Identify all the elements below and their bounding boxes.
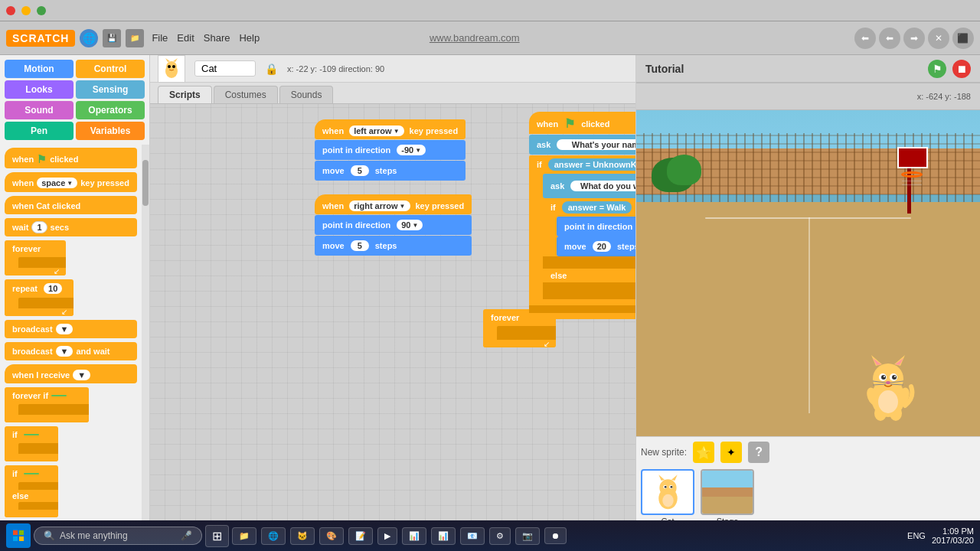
taskbar-scratch[interactable]: 🐱: [290, 527, 315, 545]
block-direction-90[interactable]: point in direction 90 ▼: [315, 215, 472, 235]
menu-help[interactable]: Help: [239, 32, 260, 44]
maximize-btn[interactable]: [37, 6, 46, 15]
block-forever-if[interactable]: forever if: [5, 387, 137, 422]
url-bar[interactable]: www.bandream.com: [430, 32, 520, 44]
block-broadcast[interactable]: broadcast ▼: [5, 320, 137, 338]
nav-btn-3[interactable]: ➡: [903, 28, 925, 49]
save-icon[interactable]: 💾: [103, 29, 121, 47]
green-flag-btn[interactable]: ⚑: [928, 60, 946, 78]
svg-point-36: [662, 494, 673, 507]
block-when-flag[interactable]: when ⚑ clicked: [5, 148, 137, 168]
block-when-key[interactable]: when space ▼ key pressed: [5, 172, 137, 191]
minimize-btn[interactable]: [21, 6, 31, 15]
taskbar-explorer[interactable]: 📁: [232, 527, 256, 545]
taskbar-paint[interactable]: 🎨: [319, 527, 344, 545]
category-motion[interactable]: Motion: [5, 60, 74, 78]
category-looks[interactable]: Looks: [5, 80, 74, 99]
svg-rect-40: [19, 536, 24, 541]
taskbar-notes[interactable]: 📝: [348, 527, 373, 545]
taskbar-excel[interactable]: 📊: [402, 527, 426, 545]
nav-btn-5[interactable]: ⬛: [952, 28, 974, 49]
block-palette: Motion Control Looks Sensing Sound Opera…: [0, 55, 150, 520]
block-move-5-left[interactable]: move 5 steps: [315, 161, 466, 181]
block-forever[interactable]: forever ↙: [5, 240, 137, 276]
stage-bottom-bar: x: -624 y: -188: [636, 83, 980, 110]
svg-point-17: [894, 376, 896, 377]
category-sound[interactable]: Sound: [5, 101, 74, 119]
block-wait[interactable]: wait 1 secs: [5, 218, 137, 236]
sprite-item-stage[interactable]: Stage: [701, 469, 754, 526]
start-button[interactable]: [6, 523, 31, 548]
category-operators[interactable]: Operators: [76, 101, 145, 119]
lock-icon: 🔒: [265, 63, 278, 75]
sprite-item-cat[interactable]: Cat: [641, 469, 694, 526]
taskbar-record[interactable]: ⏺: [544, 527, 567, 544]
block-when-receive[interactable]: when I receive ▼: [5, 364, 137, 383]
block-if-else[interactable]: if else: [5, 465, 137, 517]
category-pen[interactable]: Pen: [5, 122, 74, 140]
tab-sounds[interactable]: Sounds: [279, 86, 334, 103]
taskbar-video[interactable]: ▶: [377, 527, 397, 545]
block-if[interactable]: if: [5, 426, 137, 461]
svg-rect-37: [13, 530, 18, 535]
nav-btn-4[interactable]: ✕: [928, 28, 949, 49]
scripts-canvas[interactable]: when left arrow ▼ key pressed point in d…: [150, 104, 635, 520]
script-main: when ⚑ clicked ask What's your name? and…: [529, 112, 635, 319]
folder-icon[interactable]: 📁: [126, 29, 144, 47]
title-bar: [0, 0, 980, 21]
block-if-walk[interactable]: if answer = Walk point in direction 90 ▼…: [543, 198, 635, 305]
block-ask-name[interactable]: ask What's your name? and wait: [529, 135, 635, 155]
block-when-left[interactable]: when left arrow ▼ key pressed: [315, 119, 466, 139]
category-variables[interactable]: Variables: [76, 122, 145, 140]
add-sprite-star-btn[interactable]: ⭐: [693, 442, 714, 463]
menu-file[interactable]: File: [152, 32, 168, 44]
taskbar-outlook[interactable]: 📧: [460, 527, 485, 545]
globe-icon[interactable]: 🌐: [80, 29, 98, 47]
sprite-thumb-cat[interactable]: [641, 469, 694, 515]
block-if-name[interactable]: if answer = UnknownKnowledge ask What do…: [529, 155, 635, 319]
nav-btn-1[interactable]: ⬅: [854, 28, 876, 49]
block-ask-action[interactable]: ask What do you want me to do? and wait: [543, 174, 635, 198]
block-direction-neg90[interactable]: point in direction -90 ▼: [315, 140, 466, 160]
cat-sprite: [858, 352, 919, 421]
block-broadcast-wait[interactable]: broadcast ▼ and wait: [5, 342, 137, 360]
add-sprite-random-btn[interactable]: ✦: [720, 442, 742, 463]
svg-point-16: [884, 376, 885, 377]
category-sensing[interactable]: Sensing: [76, 80, 145, 99]
category-grid: Motion Control Looks Sensing Sound Opera…: [0, 55, 149, 145]
add-sprite-question-btn[interactable]: ?: [748, 442, 769, 463]
block-when-sprite[interactable]: when Cat clicked: [5, 196, 137, 214]
taskbar-edge[interactable]: 🌐: [261, 527, 286, 545]
stop-btn[interactable]: ⏹: [952, 60, 971, 78]
taskbar-settings[interactable]: ⚙: [489, 527, 511, 545]
taskbar-apps-btn[interactable]: ⊞: [205, 525, 229, 547]
sprite-name[interactable]: Cat: [194, 60, 256, 77]
taskbar-search[interactable]: 🔍 Ask me anything 🎤: [34, 527, 202, 545]
block-repeat[interactable]: repeat 10 ↙: [5, 279, 137, 316]
taskbar-ppt[interactable]: 📊: [431, 527, 456, 545]
category-control[interactable]: Control: [76, 60, 145, 78]
tutorial-header: Tutorial ⚑ ⏹: [636, 55, 980, 83]
sprite-thumb-stage[interactable]: [701, 469, 754, 515]
sprites-panel: New sprite: ⭐ ✦ ?: [636, 436, 980, 520]
menu-share[interactable]: Share: [204, 32, 230, 44]
svg-rect-39: [13, 536, 18, 541]
block-when-right[interactable]: when right arrow ▼ key pressed: [315, 194, 472, 214]
new-sprite-label: New sprite:: [641, 447, 687, 458]
close-btn[interactable]: [6, 6, 15, 15]
svg-point-14: [881, 375, 886, 380]
svg-rect-38: [19, 530, 24, 535]
tab-scripts[interactable]: Scripts: [158, 86, 212, 103]
script-left-arrow: when left arrow ▼ key pressed point in d…: [315, 119, 466, 181]
svg-point-15: [892, 375, 897, 380]
block-flag-hat[interactable]: when ⚑ clicked: [529, 112, 635, 134]
menu-edit[interactable]: Edit: [177, 32, 194, 44]
tab-costumes[interactable]: Costumes: [214, 86, 278, 103]
nav-btn-2[interactable]: ⬅: [879, 28, 900, 49]
palette-scrollbar[interactable]: [142, 145, 149, 520]
svg-point-7: [873, 364, 903, 394]
block-direction-90-inner[interactable]: point in direction 90 ▼: [557, 217, 635, 236]
block-move-5-right[interactable]: move 5 steps: [315, 236, 472, 256]
block-move-20[interactable]: move 20 steps: [557, 236, 635, 256]
taskbar-cam[interactable]: 📷: [515, 527, 540, 545]
